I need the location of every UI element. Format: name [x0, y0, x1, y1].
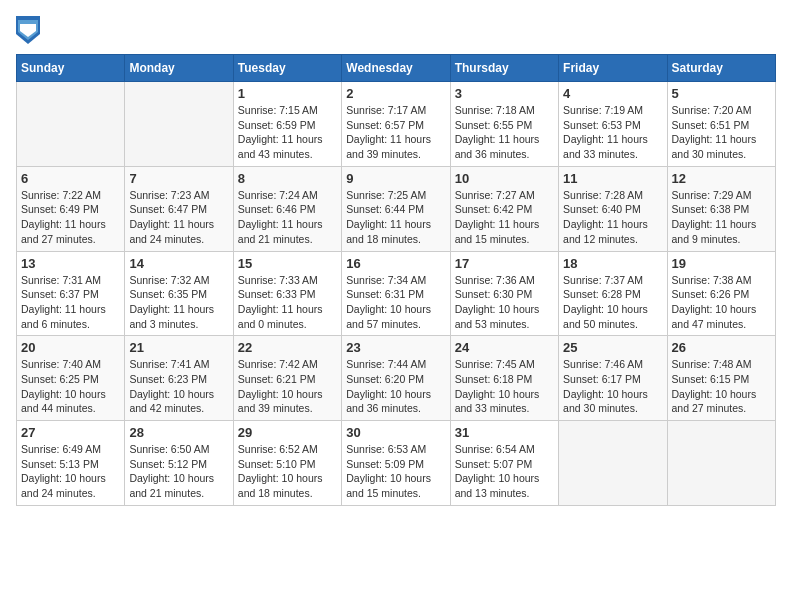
day-number: 30 [346, 425, 445, 440]
day-number: 7 [129, 171, 228, 186]
calendar-day-cell [667, 421, 775, 506]
day-number: 15 [238, 256, 337, 271]
day-info: Sunrise: 7:28 AM Sunset: 6:40 PM Dayligh… [563, 188, 662, 247]
calendar-day-cell: 2Sunrise: 7:17 AM Sunset: 6:57 PM Daylig… [342, 82, 450, 167]
calendar-day-cell: 20Sunrise: 7:40 AM Sunset: 6:25 PM Dayli… [17, 336, 125, 421]
calendar-day-cell: 29Sunrise: 6:52 AM Sunset: 5:10 PM Dayli… [233, 421, 341, 506]
day-info: Sunrise: 7:18 AM Sunset: 6:55 PM Dayligh… [455, 103, 554, 162]
calendar-day-cell: 15Sunrise: 7:33 AM Sunset: 6:33 PM Dayli… [233, 251, 341, 336]
calendar-week-row: 6Sunrise: 7:22 AM Sunset: 6:49 PM Daylig… [17, 166, 776, 251]
calendar-day-cell: 27Sunrise: 6:49 AM Sunset: 5:13 PM Dayli… [17, 421, 125, 506]
calendar-day-cell: 14Sunrise: 7:32 AM Sunset: 6:35 PM Dayli… [125, 251, 233, 336]
calendar-day-cell: 24Sunrise: 7:45 AM Sunset: 6:18 PM Dayli… [450, 336, 558, 421]
day-header-monday: Monday [125, 55, 233, 82]
calendar-day-cell [17, 82, 125, 167]
day-number: 20 [21, 340, 120, 355]
day-info: Sunrise: 7:17 AM Sunset: 6:57 PM Dayligh… [346, 103, 445, 162]
calendar-day-cell: 3Sunrise: 7:18 AM Sunset: 6:55 PM Daylig… [450, 82, 558, 167]
day-header-wednesday: Wednesday [342, 55, 450, 82]
day-number: 24 [455, 340, 554, 355]
day-header-tuesday: Tuesday [233, 55, 341, 82]
calendar-week-row: 20Sunrise: 7:40 AM Sunset: 6:25 PM Dayli… [17, 336, 776, 421]
calendar-day-cell: 22Sunrise: 7:42 AM Sunset: 6:21 PM Dayli… [233, 336, 341, 421]
day-info: Sunrise: 7:34 AM Sunset: 6:31 PM Dayligh… [346, 273, 445, 332]
day-info: Sunrise: 7:40 AM Sunset: 6:25 PM Dayligh… [21, 357, 120, 416]
calendar-day-cell: 30Sunrise: 6:53 AM Sunset: 5:09 PM Dayli… [342, 421, 450, 506]
day-header-thursday: Thursday [450, 55, 558, 82]
day-number: 28 [129, 425, 228, 440]
day-info: Sunrise: 6:50 AM Sunset: 5:12 PM Dayligh… [129, 442, 228, 501]
calendar-day-cell: 31Sunrise: 6:54 AM Sunset: 5:07 PM Dayli… [450, 421, 558, 506]
day-info: Sunrise: 7:36 AM Sunset: 6:30 PM Dayligh… [455, 273, 554, 332]
calendar-day-cell: 12Sunrise: 7:29 AM Sunset: 6:38 PM Dayli… [667, 166, 775, 251]
day-number: 27 [21, 425, 120, 440]
calendar-day-cell: 18Sunrise: 7:37 AM Sunset: 6:28 PM Dayli… [559, 251, 667, 336]
day-number: 6 [21, 171, 120, 186]
calendar-day-cell: 16Sunrise: 7:34 AM Sunset: 6:31 PM Dayli… [342, 251, 450, 336]
calendar-day-cell: 19Sunrise: 7:38 AM Sunset: 6:26 PM Dayli… [667, 251, 775, 336]
day-info: Sunrise: 7:23 AM Sunset: 6:47 PM Dayligh… [129, 188, 228, 247]
calendar-day-cell: 7Sunrise: 7:23 AM Sunset: 6:47 PM Daylig… [125, 166, 233, 251]
day-info: Sunrise: 7:31 AM Sunset: 6:37 PM Dayligh… [21, 273, 120, 332]
day-info: Sunrise: 7:38 AM Sunset: 6:26 PM Dayligh… [672, 273, 771, 332]
calendar-header-row: SundayMondayTuesdayWednesdayThursdayFrid… [17, 55, 776, 82]
calendar-day-cell: 5Sunrise: 7:20 AM Sunset: 6:51 PM Daylig… [667, 82, 775, 167]
day-number: 9 [346, 171, 445, 186]
day-number: 1 [238, 86, 337, 101]
day-number: 23 [346, 340, 445, 355]
day-info: Sunrise: 6:52 AM Sunset: 5:10 PM Dayligh… [238, 442, 337, 501]
day-info: Sunrise: 7:25 AM Sunset: 6:44 PM Dayligh… [346, 188, 445, 247]
day-number: 25 [563, 340, 662, 355]
day-info: Sunrise: 7:33 AM Sunset: 6:33 PM Dayligh… [238, 273, 337, 332]
calendar-day-cell: 17Sunrise: 7:36 AM Sunset: 6:30 PM Dayli… [450, 251, 558, 336]
day-number: 8 [238, 171, 337, 186]
day-info: Sunrise: 7:27 AM Sunset: 6:42 PM Dayligh… [455, 188, 554, 247]
day-info: Sunrise: 6:53 AM Sunset: 5:09 PM Dayligh… [346, 442, 445, 501]
day-info: Sunrise: 7:48 AM Sunset: 6:15 PM Dayligh… [672, 357, 771, 416]
day-header-sunday: Sunday [17, 55, 125, 82]
day-number: 5 [672, 86, 771, 101]
day-number: 3 [455, 86, 554, 101]
day-info: Sunrise: 7:32 AM Sunset: 6:35 PM Dayligh… [129, 273, 228, 332]
day-info: Sunrise: 7:41 AM Sunset: 6:23 PM Dayligh… [129, 357, 228, 416]
calendar-day-cell: 13Sunrise: 7:31 AM Sunset: 6:37 PM Dayli… [17, 251, 125, 336]
calendar-day-cell: 9Sunrise: 7:25 AM Sunset: 6:44 PM Daylig… [342, 166, 450, 251]
logo [16, 16, 42, 44]
day-number: 11 [563, 171, 662, 186]
calendar-day-cell: 26Sunrise: 7:48 AM Sunset: 6:15 PM Dayli… [667, 336, 775, 421]
day-info: Sunrise: 6:49 AM Sunset: 5:13 PM Dayligh… [21, 442, 120, 501]
day-info: Sunrise: 7:15 AM Sunset: 6:59 PM Dayligh… [238, 103, 337, 162]
day-number: 4 [563, 86, 662, 101]
calendar-day-cell: 8Sunrise: 7:24 AM Sunset: 6:46 PM Daylig… [233, 166, 341, 251]
day-number: 16 [346, 256, 445, 271]
calendar-day-cell: 10Sunrise: 7:27 AM Sunset: 6:42 PM Dayli… [450, 166, 558, 251]
logo-icon [16, 16, 40, 44]
day-info: Sunrise: 7:46 AM Sunset: 6:17 PM Dayligh… [563, 357, 662, 416]
calendar-week-row: 1Sunrise: 7:15 AM Sunset: 6:59 PM Daylig… [17, 82, 776, 167]
calendar-day-cell: 11Sunrise: 7:28 AM Sunset: 6:40 PM Dayli… [559, 166, 667, 251]
day-number: 21 [129, 340, 228, 355]
day-number: 17 [455, 256, 554, 271]
calendar-table: SundayMondayTuesdayWednesdayThursdayFrid… [16, 54, 776, 506]
day-number: 26 [672, 340, 771, 355]
calendar-day-cell: 28Sunrise: 6:50 AM Sunset: 5:12 PM Dayli… [125, 421, 233, 506]
calendar-day-cell: 1Sunrise: 7:15 AM Sunset: 6:59 PM Daylig… [233, 82, 341, 167]
calendar-day-cell: 23Sunrise: 7:44 AM Sunset: 6:20 PM Dayli… [342, 336, 450, 421]
day-info: Sunrise: 7:24 AM Sunset: 6:46 PM Dayligh… [238, 188, 337, 247]
day-info: Sunrise: 7:42 AM Sunset: 6:21 PM Dayligh… [238, 357, 337, 416]
calendar-day-cell [559, 421, 667, 506]
calendar-day-cell: 25Sunrise: 7:46 AM Sunset: 6:17 PM Dayli… [559, 336, 667, 421]
day-info: Sunrise: 7:19 AM Sunset: 6:53 PM Dayligh… [563, 103, 662, 162]
day-number: 13 [21, 256, 120, 271]
day-number: 12 [672, 171, 771, 186]
day-info: Sunrise: 7:45 AM Sunset: 6:18 PM Dayligh… [455, 357, 554, 416]
calendar-day-cell: 21Sunrise: 7:41 AM Sunset: 6:23 PM Dayli… [125, 336, 233, 421]
day-header-saturday: Saturday [667, 55, 775, 82]
day-number: 2 [346, 86, 445, 101]
calendar-day-cell: 6Sunrise: 7:22 AM Sunset: 6:49 PM Daylig… [17, 166, 125, 251]
calendar-day-cell [125, 82, 233, 167]
day-info: Sunrise: 6:54 AM Sunset: 5:07 PM Dayligh… [455, 442, 554, 501]
day-info: Sunrise: 7:29 AM Sunset: 6:38 PM Dayligh… [672, 188, 771, 247]
calendar-day-cell: 4Sunrise: 7:19 AM Sunset: 6:53 PM Daylig… [559, 82, 667, 167]
day-info: Sunrise: 7:44 AM Sunset: 6:20 PM Dayligh… [346, 357, 445, 416]
